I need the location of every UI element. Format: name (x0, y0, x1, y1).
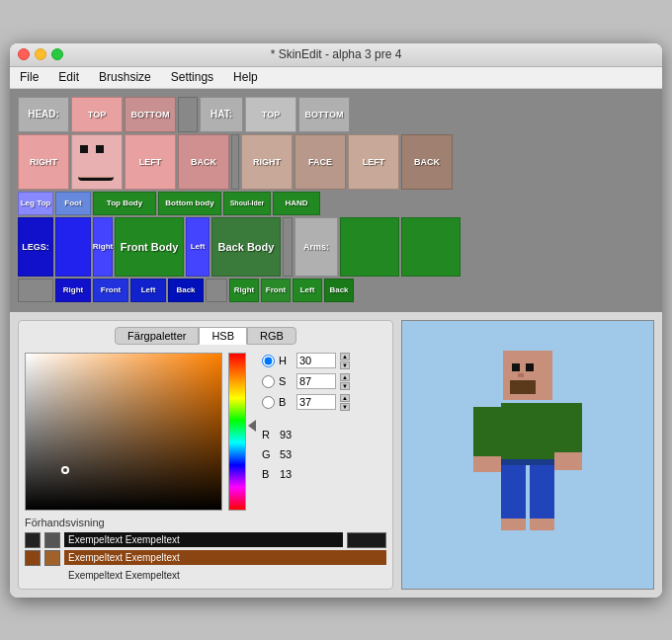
menu-help[interactable]: Help (229, 69, 262, 85)
mc-belt (501, 459, 554, 465)
bottom-panel: Färgpaletter HSB RGB (10, 312, 662, 598)
menu-file[interactable]: File (16, 69, 42, 85)
head-right[interactable]: RIGHT (18, 134, 69, 190)
h-spinner: ▲ ▼ (340, 353, 350, 369)
arm-left[interactable] (401, 217, 461, 277)
arm-col-right[interactable]: Right (229, 279, 259, 302)
g-label: G (262, 448, 276, 460)
hand-label[interactable]: HAND (273, 192, 320, 215)
h-up[interactable]: ▲ (340, 353, 350, 360)
mc-character-svg (439, 346, 617, 563)
preview-rows: Exempeltext Exempeltext Exempeltext Exem… (25, 532, 386, 583)
hat-left[interactable]: LEFT (348, 134, 399, 190)
b2-value: 13 (280, 468, 292, 480)
head-bottom[interactable]: BOTTOM (125, 97, 176, 132)
preview-row-0: Exempeltext Exempeltext (25, 532, 386, 548)
s-down[interactable]: ▼ (340, 382, 350, 390)
swatch-0 (25, 532, 41, 548)
leg-col-right[interactable]: Right (55, 279, 91, 302)
preview-text-1: Exempeltext Exempeltext (64, 550, 386, 565)
front-body[interactable]: Front Body (115, 217, 184, 277)
head-back[interactable]: BACK (178, 134, 229, 190)
preview-row-1: Exempeltext Exempeltext (25, 550, 386, 566)
gradient-container (25, 353, 222, 511)
arm-right[interactable] (340, 217, 399, 277)
mc-left-arm (473, 407, 501, 456)
leg-top-label[interactable]: Leg Top (18, 192, 53, 215)
preview-title: Förhandsvisning (25, 517, 386, 528)
hat-face[interactable]: FACE (294, 134, 346, 190)
mc-torso (501, 403, 554, 462)
h-label: H (279, 355, 293, 366)
gradient-overlay (26, 354, 221, 510)
head-label: HEAD: (18, 97, 69, 132)
gap1 (178, 97, 198, 132)
hat-top[interactable]: TOP (245, 97, 296, 132)
b-row: B ▲ ▼ (262, 394, 350, 411)
shoulder-label[interactable]: Shoul-lder (223, 192, 271, 215)
3d-preview (401, 320, 654, 590)
swatch-1b (44, 550, 60, 566)
menu-brushsize[interactable]: Brushsize (95, 69, 155, 85)
preview-row-2: Exempeltext Exempeltext (25, 568, 386, 583)
g-value: 53 (280, 448, 292, 460)
menubar: File Edit Brushsize Settings Help (10, 67, 662, 89)
h-row: H ▲ ▼ (262, 353, 350, 369)
window-title: * SkinEdit - alpha 3 pre 4 (10, 47, 662, 61)
color-controls: H ▲ ▼ S ▲ ▼ (25, 353, 386, 511)
head-left[interactable]: LEFT (125, 134, 176, 190)
mc-right-hand (554, 452, 582, 470)
tab-rgb[interactable]: RGB (247, 327, 296, 345)
color-gradient[interactable] (25, 353, 222, 511)
s-up[interactable]: ▲ (340, 373, 350, 381)
menu-settings[interactable]: Settings (167, 69, 217, 85)
b-radio[interactable] (262, 396, 275, 409)
leg-left[interactable] (55, 217, 91, 277)
menu-edit[interactable]: Edit (54, 69, 83, 85)
leg-col-left[interactable]: Left (130, 279, 166, 302)
hat-back[interactable]: BACK (401, 134, 453, 190)
h-input[interactable] (296, 353, 336, 368)
back-body[interactable]: Back Body (211, 217, 281, 277)
tab-hsb[interactable]: HSB (199, 327, 247, 345)
h-down[interactable]: ▼ (340, 361, 350, 369)
head-face[interactable] (71, 134, 123, 190)
close-button[interactable] (18, 48, 30, 60)
g-row: G 53 (262, 448, 350, 460)
leg-col-back[interactable]: Back (168, 279, 204, 302)
b-up[interactable]: ▲ (340, 394, 350, 402)
mc-right-arm (554, 403, 582, 452)
hat-bottom[interactable]: BOTTOM (298, 97, 350, 132)
s-input[interactable] (296, 373, 336, 389)
mc-right-leg (530, 464, 554, 519)
preview-text-0: Exempeltext Exempeltext (64, 532, 343, 547)
b-input[interactable] (296, 394, 336, 410)
bottom-body-label[interactable]: Bottom body (158, 192, 221, 215)
mc-right-foot (530, 519, 554, 530)
hat-right[interactable]: RIGHT (241, 134, 293, 190)
arm-col-back[interactable]: Back (324, 279, 354, 302)
main-window: * SkinEdit - alpha 3 pre 4 File Edit Bru… (10, 43, 662, 598)
hue-slider[interactable] (228, 353, 246, 511)
body-left[interactable]: Left (186, 217, 210, 277)
maximize-button[interactable] (51, 48, 63, 60)
tab-bar: Färgpaletter HSB RGB (25, 327, 386, 345)
foot-label[interactable]: Foot (55, 192, 91, 215)
b-down[interactable]: ▼ (340, 403, 350, 411)
gap4 (18, 279, 53, 302)
swatch-1 (25, 550, 41, 566)
body-right[interactable]: Right (93, 217, 113, 277)
gap5 (206, 279, 227, 302)
head-top[interactable]: TOP (71, 97, 123, 132)
gap2 (231, 134, 239, 190)
arm-col-front[interactable]: Front (261, 279, 291, 302)
arm-col-left[interactable]: Left (293, 279, 322, 302)
gap3 (283, 217, 293, 277)
tab-fargpaletter[interactable]: Färgpaletter (115, 327, 199, 345)
h-radio[interactable] (262, 355, 275, 367)
minimize-button[interactable] (35, 48, 46, 60)
top-body-label[interactable]: Top Body (93, 192, 156, 215)
swatch-0b (44, 532, 60, 548)
s-radio[interactable] (262, 375, 275, 388)
leg-col-front[interactable]: Front (93, 279, 128, 302)
